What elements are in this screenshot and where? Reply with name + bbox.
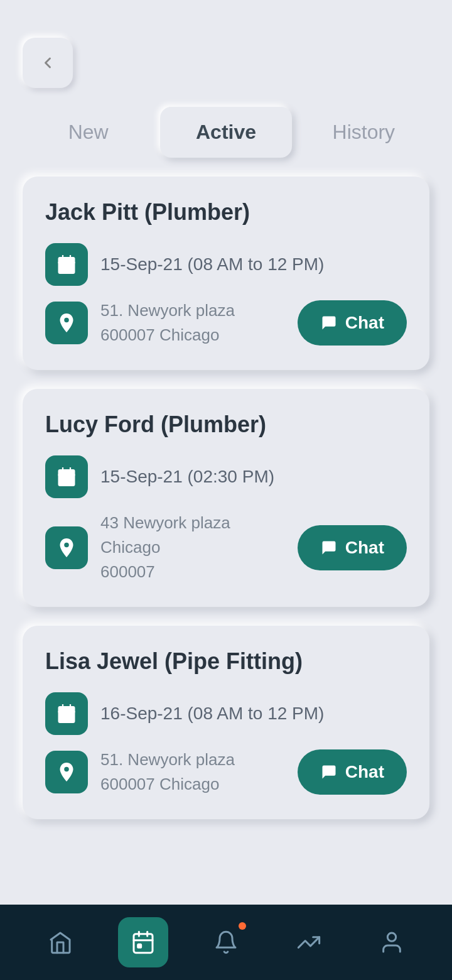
card2-name: Lucy Ford (Plumber) — [45, 411, 407, 438]
card3-date: 16-Sep-21 (08 AM to 12 PM) — [100, 704, 324, 724]
notifications-icon — [213, 930, 239, 955]
card2-date: 15-Sep-21 (02:30 PM) — [100, 467, 274, 487]
calendar-icon-box-3 — [45, 692, 88, 735]
profile-icon — [379, 930, 404, 955]
svg-rect-14 — [58, 706, 75, 723]
bottom-nav — [0, 905, 452, 980]
card1-date: 15-Sep-21 (08 AM to 12 PM) — [100, 254, 324, 275]
chat-button-2[interactable]: Chat — [298, 525, 407, 570]
stats-icon — [296, 930, 321, 955]
location-icon-2 — [55, 536, 78, 559]
svg-rect-21 — [134, 934, 153, 953]
svg-rect-25 — [138, 944, 141, 947]
booking-card-3: Lisa Jewel (Pipe Fitting) 16-Sep-21 (08 … — [23, 626, 429, 819]
svg-rect-0 — [58, 257, 75, 274]
tab-bar: New Active History — [0, 107, 452, 158]
cards-container: Jack Pitt (Plumber) 15-Sep-21 (08 AM to … — [0, 158, 452, 907]
card1-date-row: 15-Sep-21 (08 AM to 12 PM) — [45, 243, 407, 286]
nav-notifications[interactable] — [201, 917, 251, 967]
back-button[interactable] — [23, 38, 73, 88]
svg-rect-5 — [66, 266, 69, 270]
svg-rect-7 — [58, 469, 75, 486]
nav-profile[interactable] — [367, 917, 417, 967]
booking-card-2: Lucy Ford (Plumber) 15-Sep-21 (02:30 PM) — [23, 389, 429, 607]
chat-icon-2 — [320, 539, 338, 557]
chat-icon-1 — [320, 314, 338, 332]
svg-rect-12 — [66, 479, 69, 482]
tab-active[interactable]: Active — [160, 107, 291, 158]
svg-rect-19 — [66, 716, 69, 719]
card1-name: Jack Pitt (Plumber) — [45, 199, 407, 226]
card3-address: 51. Newyork plaza 600007 Chicago — [100, 748, 235, 797]
card3-date-row: 16-Sep-21 (08 AM to 12 PM) — [45, 692, 407, 735]
card2-date-row: 15-Sep-21 (02:30 PM) — [45, 455, 407, 498]
svg-rect-18 — [62, 716, 65, 719]
chat-icon-3 — [320, 763, 338, 781]
booking-card-1: Jack Pitt (Plumber) 15-Sep-21 (08 AM to … — [23, 177, 429, 370]
tab-new[interactable]: New — [23, 107, 154, 158]
location-icon-1 — [55, 312, 78, 334]
card1-location-row: 51. Newyork plaza 600007 Chicago Chat — [45, 298, 407, 347]
card3-location-row: 51. Newyork plaza 600007 Chicago Chat — [45, 748, 407, 797]
nav-home[interactable] — [35, 917, 85, 967]
svg-point-6 — [64, 318, 69, 323]
tab-history[interactable]: History — [298, 107, 429, 158]
bookings-icon — [131, 930, 156, 955]
notification-badge — [239, 922, 246, 930]
location-icon-box-2 — [45, 526, 88, 569]
calendar-icon-3 — [55, 702, 78, 725]
nav-bookings[interactable] — [118, 917, 168, 967]
location-icon-box-1 — [45, 302, 88, 344]
chat-button-1[interactable]: Chat — [298, 300, 407, 346]
calendar-icon-box-2 — [45, 455, 88, 498]
card1-address: 51. Newyork plaza 600007 Chicago — [100, 298, 235, 347]
svg-rect-11 — [62, 479, 65, 482]
card2-location-row: 43 Newyork plaza Chicago 600007 Chat — [45, 511, 407, 584]
svg-point-20 — [64, 767, 69, 772]
nav-stats[interactable] — [284, 917, 334, 967]
card2-address: 43 Newyork plaza Chicago 600007 — [100, 511, 288, 584]
location-icon-box-3 — [45, 751, 88, 793]
location-icon-3 — [55, 761, 78, 783]
card3-name: Lisa Jewel (Pipe Fitting) — [45, 648, 407, 675]
calendar-icon-box-1 — [45, 243, 88, 286]
calendar-icon-2 — [55, 466, 78, 488]
chat-button-3[interactable]: Chat — [298, 749, 407, 795]
home-icon — [48, 930, 73, 955]
calendar-icon-1 — [55, 253, 78, 276]
svg-rect-4 — [62, 266, 65, 270]
svg-point-13 — [64, 542, 69, 547]
svg-point-26 — [387, 933, 396, 941]
